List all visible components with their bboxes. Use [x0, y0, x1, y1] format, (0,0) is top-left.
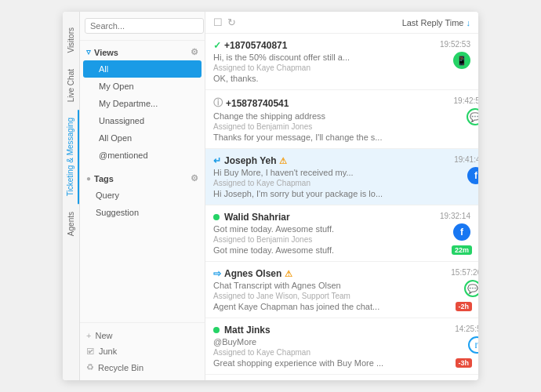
sort-text: Last Reply Time	[402, 18, 464, 27]
conv-time: 19:41:40	[454, 155, 478, 164]
conv-name-text: Matt Jinks	[224, 325, 270, 336]
priority-icon: ⚠	[285, 269, 292, 279]
views-section: ▿ Views ⚙ All My Open My Departme... Una…	[80, 41, 205, 167]
info-icon: ⓘ	[213, 96, 223, 110]
conv-assigned: Assigned to Benjamin Jones	[213, 235, 369, 244]
tags-section: ● Tags ⚙ Query Suggestion	[80, 167, 205, 224]
status-dot-icon	[213, 214, 220, 220]
conv-name-text: +15878740541	[226, 98, 289, 109]
conv-assigned: Assigned to Kaye Chapman	[213, 348, 383, 357]
twitter-badge: 𝕣	[468, 336, 478, 354]
tag-dot-icon: ●	[86, 174, 91, 183]
conv-preview: Hi, is the 50% discount offer still a...	[213, 53, 369, 62]
tags-gear-icon[interactable]: ⚙	[191, 173, 198, 183]
sidebar-item-query[interactable]: Query	[80, 187, 205, 204]
main-content: ☐ ↻ Last Reply Time ↓ ✓ +18705740871 Hi,…	[205, 12, 478, 380]
conv-name-text: Walid Shahriar	[224, 212, 290, 223]
chat-badge: 💬	[464, 280, 478, 297]
tab-agents[interactable]: Agents	[64, 204, 78, 244]
whatsapp-badge: 📱	[453, 52, 470, 69]
footer-junk[interactable]: 🗹 Junk	[86, 343, 198, 359]
sidebar-item-unassigned[interactable]: Unassigned	[83, 112, 202, 129]
sidebar-item-mentioned[interactable]: @mentioned	[83, 147, 202, 164]
views-label: Views	[94, 48, 118, 57]
conv-time: 19:52:53	[440, 40, 470, 49]
tab-visitors[interactable]: Visitors	[64, 20, 78, 61]
conversation-item[interactable]: ⓘ +15878740541 Change the shipping addre…	[205, 90, 478, 149]
conv-last-msg: Agent Kaye Chapman has joined the chat..…	[213, 302, 379, 311]
facebook-badge: f	[467, 167, 478, 184]
arrow-icon: ⇨	[213, 268, 221, 279]
tags-header[interactable]: ● Tags ⚙	[80, 170, 205, 187]
content-header: ☐ ↻ Last Reply Time ↓	[205, 12, 478, 34]
conv-last-msg: OK, thanks.	[213, 74, 369, 83]
conv-assigned: Assigned to Kaye Chapman	[213, 64, 369, 72]
views-gear-icon[interactable]: ⚙	[191, 47, 198, 57]
sort-label[interactable]: Last Reply Time ↓	[402, 18, 470, 27]
conv-preview: Hi Buy More, I haven't received my...	[213, 168, 383, 177]
checkbox-icon[interactable]: ☐	[213, 16, 223, 28]
chat-badge: 💬	[467, 108, 478, 125]
conversation-item[interactable]: ↵ Joseph Yeh ⚠ Hi Buy More, I haven't re…	[205, 149, 478, 205]
priority-icon: ⚠	[279, 156, 287, 166]
footer-new[interactable]: + New	[86, 328, 198, 343]
conv-preview: Got mine today. Awesome stuff.	[213, 224, 369, 234]
filter-icon: ▿	[86, 47, 91, 57]
facebook-badge: f	[453, 223, 470, 241]
conversation-item[interactable]: ⇨ Agnes Olsen ⚠ Chat Transcript with Agn…	[205, 262, 478, 318]
conv-name-text: +18705740871	[224, 40, 287, 51]
plus-icon: +	[86, 331, 91, 340]
search-input[interactable]	[85, 18, 204, 34]
conversation-item[interactable]: Matt Jinks @BuyMore Assigned to Kaye Cha…	[205, 318, 478, 375]
junk-icon: 🗹	[86, 347, 95, 356]
conv-preview: @BuyMore	[213, 337, 383, 347]
conv-time: 19:32:14	[440, 212, 470, 220]
conv-preview: Chat Transcript with Agnes Olsen	[213, 281, 379, 290]
header-icons: ☐ ↻	[213, 16, 236, 28]
conv-time: 19:42:53	[454, 96, 478, 105]
sidebar-item-myopen[interactable]: My Open	[83, 78, 202, 95]
conv-name-text: Joseph Yeh	[224, 155, 276, 166]
timer-badge: 22m	[452, 245, 472, 255]
conv-time: 15:57:20	[451, 268, 478, 277]
sidebar-item-allopen[interactable]: All Open	[83, 129, 202, 147]
sidebar: 🔍 ▿ Views ⚙ All My Open My Departme... U…	[80, 12, 205, 380]
conv-name-text: Agnes Olsen	[224, 268, 281, 279]
sidebar-item-mydept[interactable]: My Departme...	[83, 95, 202, 112]
conversation-item[interactable]: ✓ +18705740871 Hi, is the 50% discount o…	[205, 34, 478, 90]
conv-assigned: Assigned to Jane Wison, Support Team	[213, 292, 379, 300]
recycle-icon: ♻	[86, 362, 94, 372]
tags-label: Tags	[94, 174, 114, 183]
conv-time: 14:25:58	[455, 325, 478, 333]
side-tabs: Visitors Live Chat Ticketing & Messaging…	[63, 12, 80, 380]
check-icon: ✓	[213, 40, 221, 51]
conv-last-msg: Got mine today. Awesome stuff.	[213, 245, 369, 255]
conv-last-msg: Thanks for your message, I'll change the…	[213, 132, 382, 142]
new-label: New	[95, 331, 112, 340]
junk-label: Junk	[99, 347, 117, 356]
sidebar-item-all[interactable]: All	[83, 60, 202, 78]
sidebar-footer: + New 🗹 Junk ♻ Recycle Bin	[80, 322, 205, 380]
conversation-item[interactable]: Walid Shahriar Got mine today. Awesome s…	[205, 205, 478, 262]
conversation-list: ✓ +18705740871 Hi, is the 50% discount o…	[205, 34, 478, 380]
tab-ticketing[interactable]: Ticketing & Messaging	[63, 110, 79, 204]
search-bar: 🔍	[80, 12, 205, 41]
recycle-label: Recycle Bin	[98, 363, 143, 372]
arrow-icon: ↵	[213, 155, 221, 166]
tab-livechat[interactable]: Live Chat	[64, 61, 78, 110]
sort-arrow-icon: ↓	[467, 18, 471, 27]
conv-assigned: Assigned to Kaye Chapman	[213, 179, 383, 187]
conv-preview: Change the shipping address	[213, 111, 382, 121]
footer-recycle[interactable]: ♻ Recycle Bin	[86, 359, 198, 376]
status-dot-icon	[213, 327, 220, 333]
refresh-icon[interactable]: ↻	[227, 16, 236, 28]
timer-badge: -3h	[456, 358, 473, 368]
conv-assigned: Assigned to Benjamin Jones	[213, 122, 382, 131]
app-container: Visitors Live Chat Ticketing & Messaging…	[63, 12, 478, 380]
conv-last-msg: Great shopping experience with Buy More …	[213, 358, 383, 368]
conv-last-msg: Hi Joseph, I'm sorry but your package is…	[213, 189, 383, 198]
timer-badge: -2h	[456, 302, 473, 311]
views-header[interactable]: ▿ Views ⚙	[80, 44, 205, 60]
sidebar-item-suggestion[interactable]: Suggestion	[80, 204, 205, 221]
